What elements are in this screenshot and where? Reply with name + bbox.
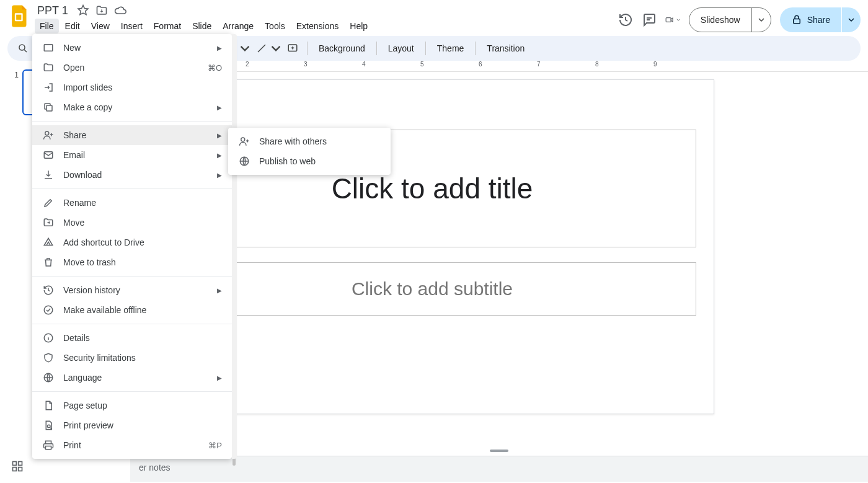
svg-point-22 (48, 425, 51, 428)
line-dropdown[interactable] (271, 39, 281, 58)
slide-number: 1 (9, 71, 19, 482)
background-button[interactable]: Background (312, 43, 371, 53)
search-button[interactable] (14, 39, 32, 58)
scrollbar-thumb[interactable] (232, 38, 236, 466)
separator (32, 276, 232, 277)
slideshow-button-group: Slideshow (689, 7, 771, 32)
svg-rect-12 (19, 462, 22, 466)
cloud-status-icon[interactable] (114, 4, 126, 17)
menu-move[interactable]: Move (32, 213, 232, 233)
menu-security[interactable]: Security limitations (32, 348, 232, 368)
chevron-right-icon: ▶ (217, 152, 222, 159)
svg-rect-23 (46, 446, 51, 450)
menu-extensions[interactable]: Extensions (291, 19, 343, 33)
history-icon[interactable] (618, 12, 633, 27)
download-icon (42, 169, 55, 181)
menu-new[interactable]: New▶ (32, 38, 232, 58)
share-button[interactable]: Share (780, 7, 841, 32)
mail-icon (42, 149, 55, 161)
drive-shortcut-icon (42, 236, 55, 249)
line-tool[interactable] (252, 39, 271, 58)
svg-point-17 (45, 131, 49, 135)
speaker-notes[interactable]: er notes (130, 456, 868, 482)
meet-icon[interactable] (665, 12, 680, 27)
print-icon (42, 439, 55, 451)
menu-format[interactable]: Format (149, 19, 186, 33)
slide-icon (42, 42, 55, 54)
title-area: PPT 1 File Edit View Insert Format Slide… (35, 4, 373, 33)
slides-logo[interactable] (7, 4, 32, 29)
svg-point-24 (241, 138, 245, 141)
menu-move-to-trash[interactable]: Move to trash (32, 252, 232, 272)
menu-email[interactable]: Email▶ (32, 145, 232, 165)
move-folder-icon[interactable] (95, 4, 108, 17)
menu-file[interactable]: File (35, 19, 59, 33)
menu-make-copy[interactable]: Make a copy▶ (32, 97, 232, 117)
menu-version-history[interactable]: Version history▶ (32, 280, 232, 300)
separator (32, 121, 232, 122)
comments-icon[interactable] (642, 12, 657, 27)
globe-icon (238, 155, 250, 167)
offline-icon (42, 304, 55, 316)
menu-language[interactable]: Language▶ (32, 368, 232, 388)
menu-tools[interactable]: Tools (260, 19, 290, 33)
person-add-icon (42, 129, 55, 141)
chevron-right-icon: ▶ (217, 45, 222, 51)
separator (475, 42, 476, 55)
menu-import-slides[interactable]: Import slides (32, 78, 232, 97)
slideshow-dropdown[interactable] (751, 8, 771, 32)
chevron-right-icon: ▶ (217, 374, 222, 381)
share-label: Share (807, 15, 830, 25)
menu-open[interactable]: Open⌘O (32, 58, 232, 78)
menu-edit[interactable]: Edit (60, 19, 85, 33)
share-dropdown[interactable] (842, 7, 861, 32)
slideshow-button[interactable]: Slideshow (689, 15, 751, 25)
svg-rect-3 (793, 19, 800, 24)
grid-view-icon[interactable] (11, 460, 24, 474)
shape-dropdown[interactable] (240, 39, 250, 58)
preview-icon (42, 419, 55, 432)
submenu-publish-web[interactable]: Publish to web (228, 151, 391, 171)
chevron-right-icon: ▶ (217, 172, 222, 179)
share-submenu: Share with others Publish to web (228, 128, 391, 175)
menu-print-preview[interactable]: Print preview (32, 415, 232, 435)
shortcut: ⌘O (208, 63, 222, 73)
ruler-tick: 8 (595, 61, 599, 68)
menu-arrange[interactable]: Arrange (218, 19, 259, 33)
menu-add-shortcut[interactable]: Add shortcut to Drive (32, 233, 232, 252)
menu-print[interactable]: Print⌘P (32, 435, 232, 455)
menu-page-setup[interactable]: Page setup (32, 396, 232, 415)
svg-rect-15 (44, 45, 53, 51)
subtitle-placeholder[interactable]: Click to add subtitle (168, 262, 696, 316)
folder-icon (42, 61, 55, 74)
globe-icon (42, 371, 55, 384)
menu-details[interactable]: Details (32, 328, 232, 348)
submenu-share-others[interactable]: Share with others (228, 131, 391, 151)
ruler-tick: 7 (537, 61, 541, 68)
menu-download[interactable]: Download▶ (32, 165, 232, 185)
menu-bar: File Edit View Insert Format Slide Arran… (35, 19, 373, 33)
svg-rect-2 (666, 18, 671, 22)
menu-help[interactable]: Help (345, 19, 373, 33)
menu-view[interactable]: View (86, 19, 115, 33)
person-add-icon (238, 135, 250, 148)
theme-button[interactable]: Theme (431, 43, 471, 53)
trash-icon (42, 256, 55, 268)
menu-insert[interactable]: Insert (116, 19, 148, 33)
menu-rename[interactable]: Rename (32, 193, 232, 213)
shield-icon (42, 352, 55, 364)
chevron-right-icon: ▶ (217, 132, 222, 139)
separator (425, 42, 426, 55)
menu-slide[interactable]: Slide (187, 19, 216, 33)
doc-title[interactable]: PPT 1 (35, 4, 71, 17)
transition-button[interactable]: Transition (480, 43, 531, 53)
layout-button[interactable]: Layout (382, 43, 420, 53)
menu-share[interactable]: Share▶ (32, 125, 232, 145)
separator (32, 188, 232, 189)
info-icon (42, 332, 55, 344)
star-icon[interactable] (77, 4, 89, 17)
canvas-area: 1 2 3 4 5 6 7 8 9 Click to add title Cli… (130, 61, 868, 482)
notes-resize-grip[interactable] (490, 450, 508, 452)
menu-offline[interactable]: Make available offline (32, 300, 232, 320)
comment-tool[interactable] (283, 39, 302, 58)
